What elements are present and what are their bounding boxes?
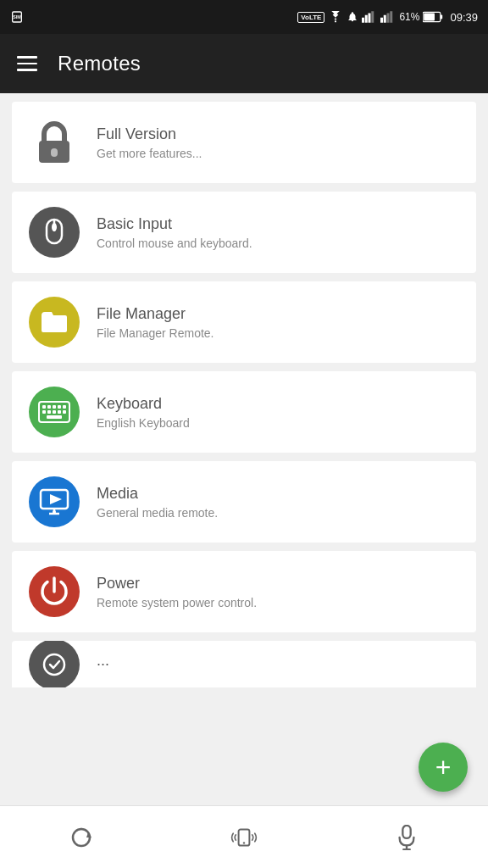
keyboard-icon-wrapper <box>29 387 80 437</box>
svg-rect-7 <box>380 18 383 23</box>
media-subtitle: General media remote. <box>97 506 218 520</box>
list-item-file-manager[interactable]: File Manager File Manager Remote. <box>12 281 476 363</box>
mic-icon <box>396 825 417 850</box>
power-subtitle: Remote system power control. <box>97 596 257 609</box>
svg-rect-3 <box>362 18 364 23</box>
app-bar: Remotes <box>0 34 488 93</box>
svg-point-2 <box>335 20 336 22</box>
keyboard-icon <box>38 401 70 423</box>
file-manager-text: File Manager File Manager Remote. <box>97 305 214 340</box>
device-icon <box>230 826 258 849</box>
svg-rect-30 <box>47 415 62 419</box>
mic-button[interactable] <box>381 812 432 863</box>
list-item-keyboard[interactable]: Keyboard English Keyboard <box>12 371 476 453</box>
svg-point-18 <box>52 223 57 231</box>
bottom-nav <box>0 805 488 868</box>
svg-rect-40 <box>402 825 410 837</box>
list-item-full-version[interactable]: Full Version Get more features... <box>12 102 476 183</box>
partial-icon <box>42 652 67 677</box>
notification-icon <box>347 10 358 24</box>
svg-rect-23 <box>58 405 61 409</box>
mouse-icon <box>40 218 69 247</box>
list-item-partial[interactable]: ··· <box>12 641 476 687</box>
status-bar: SIM VoLTE 61% <box>0 0 488 34</box>
svg-rect-22 <box>53 405 56 409</box>
partial-icon-wrapper <box>29 641 80 687</box>
svg-point-35 <box>53 510 56 514</box>
refresh-button[interactable] <box>56 812 107 863</box>
refresh-icon <box>69 826 93 849</box>
svg-text:SIM: SIM <box>13 14 21 19</box>
list-item-basic-input[interactable]: Basic Input Control mouse and keyboard. <box>12 192 476 273</box>
svg-rect-28 <box>58 410 61 414</box>
file-manager-title: File Manager <box>97 305 214 323</box>
list-item-power[interactable]: Power Remote system power control. <box>12 551 476 632</box>
full-version-subtitle: Get more features... <box>97 147 202 160</box>
basic-input-subtitle: Control mouse and keyboard. <box>97 236 252 250</box>
full-version-text: Full Version Get more features... <box>97 125 202 160</box>
svg-rect-29 <box>63 410 66 414</box>
lock-icon <box>35 120 74 164</box>
power-title: Power <box>97 575 257 593</box>
basic-input-icon-wrapper <box>29 207 80 258</box>
signal2-icon <box>380 11 396 23</box>
svg-rect-10 <box>391 11 393 23</box>
sim-icon: SIM <box>10 10 24 24</box>
svg-point-36 <box>44 654 64 675</box>
svg-rect-13 <box>424 14 435 21</box>
svg-rect-25 <box>42 410 46 414</box>
wifi-icon <box>328 11 343 23</box>
time: 09:39 <box>450 11 478 24</box>
svg-marker-32 <box>50 494 62 504</box>
svg-rect-12 <box>441 15 442 19</box>
svg-rect-21 <box>47 405 51 409</box>
svg-rect-6 <box>372 11 374 23</box>
svg-rect-24 <box>63 405 66 409</box>
basic-input-title: Basic Input <box>97 215 252 233</box>
svg-point-39 <box>243 842 245 843</box>
full-version-icon-wrapper <box>29 117 80 168</box>
file-manager-subtitle: File Manager Remote. <box>97 326 214 340</box>
keyboard-text: Keyboard English Keyboard <box>97 395 190 430</box>
folder-icon <box>40 310 69 334</box>
page-title: Remotes <box>58 52 141 75</box>
volte-badge: VoLTE <box>297 12 324 23</box>
media-icon-wrapper <box>29 476 80 527</box>
svg-rect-15 <box>51 148 58 157</box>
full-version-title: Full Version <box>97 125 202 143</box>
add-icon: + <box>435 754 452 781</box>
svg-rect-26 <box>47 410 51 414</box>
signal-icon <box>362 11 377 23</box>
power-text: Power Remote system power control. <box>97 575 257 609</box>
power-icon <box>39 576 69 607</box>
add-button[interactable]: + <box>419 743 468 792</box>
svg-rect-20 <box>42 405 46 409</box>
file-manager-icon-wrapper <box>29 297 80 348</box>
svg-rect-4 <box>365 15 368 23</box>
basic-input-text: Basic Input Control mouse and keyboard. <box>97 215 252 250</box>
media-play-icon <box>39 488 69 515</box>
device-button[interactable] <box>219 812 269 863</box>
svg-rect-8 <box>384 15 386 23</box>
keyboard-subtitle: English Keyboard <box>97 416 190 430</box>
partial-text: ··· <box>97 655 109 673</box>
list-item-media[interactable]: Media General media remote. <box>12 461 476 542</box>
content-scroll: Full Version Get more features... Basic … <box>0 93 488 805</box>
battery-percentage: 61% <box>399 11 419 23</box>
svg-rect-9 <box>387 14 390 23</box>
partial-title: ··· <box>97 655 109 673</box>
media-title: Media <box>97 485 218 503</box>
keyboard-title: Keyboard <box>97 395 190 413</box>
battery-icon <box>423 11 443 23</box>
media-text: Media General media remote. <box>97 485 218 520</box>
power-icon-wrapper <box>29 566 80 617</box>
svg-rect-5 <box>369 14 371 23</box>
menu-button[interactable] <box>17 56 37 71</box>
svg-rect-27 <box>53 410 56 414</box>
